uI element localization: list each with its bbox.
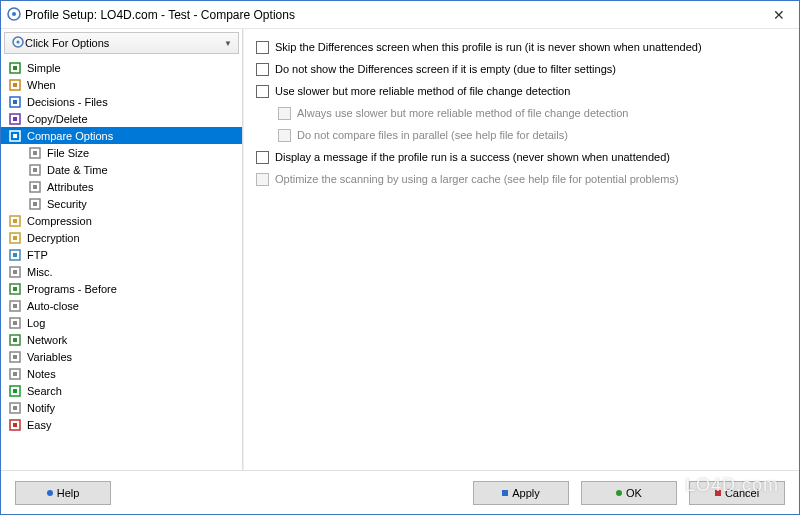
svg-rect-25 (13, 236, 17, 240)
sidebar-item-misc-[interactable]: Misc. (1, 263, 242, 280)
svg-rect-45 (13, 406, 17, 410)
sidebar-item-file-size[interactable]: File Size (1, 144, 242, 161)
sidebar-item-label: Security (47, 198, 87, 210)
attributes-icon (27, 179, 43, 195)
option-label: Display a message if the profile run is … (275, 151, 670, 163)
option-row-1[interactable]: Do not show the Differences screen if it… (256, 59, 787, 79)
footer: Help Apply OK Cancel (1, 470, 799, 514)
option-row-0[interactable]: Skip the Differences screen when this pr… (256, 37, 787, 57)
sidebar-item-compare-options[interactable]: Compare Options (1, 127, 242, 144)
sidebar-item-attributes[interactable]: Attributes (1, 178, 242, 195)
option-row-6: Optimize the scanning by using a larger … (256, 169, 787, 189)
cancel-icon (715, 490, 721, 496)
sidebar-item-label: File Size (47, 147, 89, 159)
sidebar-item-label: Misc. (27, 266, 53, 278)
sidebar-item-ftp[interactable]: FTP (1, 246, 242, 263)
sidebar-item-security[interactable]: Security (1, 195, 242, 212)
dialog-body: Click For Options ▼ SimpleWhenDecisions … (1, 29, 799, 470)
sidebar-item-label: Variables (27, 351, 72, 363)
svg-rect-15 (33, 151, 37, 155)
autoclose-icon (7, 298, 23, 314)
help-button[interactable]: Help (15, 481, 111, 505)
checkbox[interactable] (256, 151, 269, 164)
close-button[interactable]: ✕ (759, 1, 799, 29)
svg-rect-35 (13, 321, 17, 325)
sidebar-item-label: Compression (27, 215, 92, 227)
simple-icon (7, 60, 23, 76)
option-row-4: Do not compare files in parallel (see he… (256, 125, 787, 145)
sidebar-item-search[interactable]: Search (1, 382, 242, 399)
ok-icon (616, 490, 622, 496)
decision-icon (7, 94, 23, 110)
sidebar-item-label: When (27, 79, 56, 91)
sidebar-item-simple[interactable]: Simple (1, 59, 242, 76)
option-row-2[interactable]: Use slower but more reliable method of f… (256, 81, 787, 101)
sidebar-item-log[interactable]: Log (1, 314, 242, 331)
sidebar-item-label: FTP (27, 249, 48, 261)
sidebar-item-decryption[interactable]: Decryption (1, 229, 242, 246)
log-icon (7, 315, 23, 331)
datetime-icon (27, 162, 43, 178)
nav-tree: SimpleWhenDecisions - FilesCopy/DeleteCo… (1, 57, 242, 470)
help-icon (47, 490, 53, 496)
sidebar-item-variables[interactable]: Variables (1, 348, 242, 365)
checkbox[interactable] (256, 63, 269, 76)
option-row-5[interactable]: Display a message if the profile run is … (256, 147, 787, 167)
sidebar-item-programs-before[interactable]: Programs - Before (1, 280, 242, 297)
svg-rect-27 (13, 253, 17, 257)
svg-point-3 (17, 41, 20, 44)
network-icon (7, 332, 23, 348)
chevron-down-icon: ▼ (224, 39, 232, 48)
svg-rect-23 (13, 219, 17, 223)
help-button-label: Help (57, 487, 80, 499)
sidebar: Click For Options ▼ SimpleWhenDecisions … (1, 29, 243, 470)
options-panel: Skip the Differences screen when this pr… (243, 29, 799, 470)
sidebar-item-easy[interactable]: Easy (1, 416, 242, 433)
apply-button[interactable]: Apply (473, 481, 569, 505)
sidebar-item-label: Decryption (27, 232, 80, 244)
svg-rect-31 (13, 287, 17, 291)
sidebar-item-notes[interactable]: Notes (1, 365, 242, 382)
sidebar-item-decisions-files[interactable]: Decisions - Files (1, 93, 242, 110)
sidebar-item-label: Copy/Delete (27, 113, 88, 125)
options-dropdown[interactable]: Click For Options ▼ (4, 32, 239, 54)
sidebar-item-label: Log (27, 317, 45, 329)
svg-rect-7 (13, 83, 17, 87)
sidebar-item-label: Compare Options (27, 130, 113, 142)
copy-icon (7, 111, 23, 127)
easy-icon (7, 417, 23, 433)
options-header-label: Click For Options (25, 37, 109, 49)
svg-rect-5 (13, 66, 17, 70)
sidebar-item-compression[interactable]: Compression (1, 212, 242, 229)
apply-icon (502, 490, 508, 496)
filesize-icon (27, 145, 43, 161)
sidebar-item-label: Network (27, 334, 67, 346)
gear-icon (11, 35, 25, 51)
cancel-button-label: Cancel (725, 487, 759, 499)
sidebar-item-label: Simple (27, 62, 61, 74)
sidebar-item-label: Decisions - Files (27, 96, 108, 108)
option-label: Do not show the Differences screen if it… (275, 63, 616, 75)
sidebar-item-network[interactable]: Network (1, 331, 242, 348)
checkbox[interactable] (256, 85, 269, 98)
svg-rect-47 (13, 423, 17, 427)
sidebar-item-date-time[interactable]: Date & Time (1, 161, 242, 178)
sidebar-item-when[interactable]: When (1, 76, 242, 93)
sidebar-item-label: Programs - Before (27, 283, 117, 295)
sidebar-item-copy-delete[interactable]: Copy/Delete (1, 110, 242, 127)
cancel-button[interactable]: Cancel (689, 481, 785, 505)
svg-rect-37 (13, 338, 17, 342)
svg-rect-21 (33, 202, 37, 206)
compression-icon (7, 213, 23, 229)
option-label: Do not compare files in parallel (see he… (297, 129, 568, 141)
checkbox (278, 129, 291, 142)
sidebar-item-label: Notes (27, 368, 56, 380)
svg-rect-29 (13, 270, 17, 274)
variables-icon (7, 349, 23, 365)
ok-button[interactable]: OK (581, 481, 677, 505)
svg-point-1 (12, 12, 16, 16)
option-label: Use slower but more reliable method of f… (275, 85, 570, 97)
sidebar-item-auto-close[interactable]: Auto-close (1, 297, 242, 314)
sidebar-item-notify[interactable]: Notify (1, 399, 242, 416)
checkbox[interactable] (256, 41, 269, 54)
